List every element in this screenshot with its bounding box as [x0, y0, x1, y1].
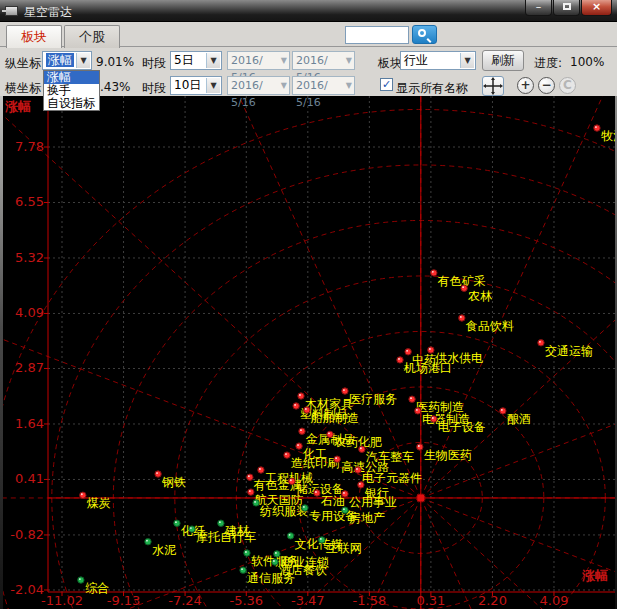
search-icon — [418, 29, 426, 37]
sector-point[interactable] — [538, 340, 544, 346]
sector-point[interactable] — [247, 474, 253, 480]
sector-point[interactable] — [155, 471, 161, 477]
sector-point[interactable] — [299, 428, 305, 434]
sector-point[interactable] — [358, 482, 364, 488]
sector-point-highlight — [328, 432, 330, 434]
sector-label: 水泥 — [152, 543, 177, 557]
sector-point[interactable] — [189, 526, 195, 532]
sector-point[interactable] — [334, 456, 340, 462]
sector-point[interactable] — [355, 467, 361, 473]
chevron-down-icon[interactable]: ▼ — [76, 53, 90, 68]
sector-point[interactable] — [431, 270, 437, 276]
minimize-button[interactable]: – — [525, 0, 552, 16]
sector-point[interactable] — [274, 551, 280, 557]
sector-point-highlight — [343, 508, 345, 510]
sector-point-highlight — [175, 521, 177, 523]
close-button[interactable]: × — [581, 0, 612, 16]
sector-point[interactable] — [289, 478, 295, 484]
dropdown-item-zishezhibiao[interactable]: 自设指标 — [44, 97, 99, 110]
sector-point[interactable] — [240, 567, 246, 573]
maximize-button[interactable] — [553, 0, 580, 16]
period2-combo-value: 10日 — [174, 78, 201, 92]
sector-point-highlight — [289, 534, 291, 536]
window-left-border — [0, 96, 3, 609]
refresh-button[interactable]: 刷新 — [482, 50, 524, 71]
sector-point[interactable] — [174, 520, 180, 526]
sector-point-highlight — [343, 389, 345, 391]
sector-point[interactable] — [304, 407, 310, 413]
sector-combo[interactable]: 行业 ▼ — [400, 51, 476, 70]
search-button[interactable] — [412, 25, 437, 44]
date-to-2[interactable]: 2016/ 5/16 ▼ — [292, 76, 355, 95]
sector-point[interactable] — [431, 416, 437, 422]
window-controls: – × — [524, 0, 612, 16]
sector-point[interactable] — [302, 505, 308, 511]
sector-point[interactable] — [248, 489, 254, 495]
period2-combo[interactable]: 10日 ▼ — [170, 76, 222, 95]
check-icon: ✓ — [382, 78, 391, 91]
sector-point[interactable] — [415, 408, 421, 414]
chevron-down-icon[interactable]: ▼ — [206, 53, 220, 68]
sector-point[interactable] — [461, 285, 467, 291]
y-tick-label: 6.55 — [15, 194, 44, 209]
y-axis-title: 涨幅 — [5, 99, 31, 114]
sector-point[interactable] — [319, 537, 325, 543]
sector-point[interactable] — [417, 444, 423, 450]
sector-point[interactable] — [145, 539, 151, 545]
sector-point[interactable] — [258, 467, 264, 473]
sector-point[interactable] — [327, 431, 333, 437]
sector-point[interactable] — [342, 507, 348, 513]
pan-button[interactable] — [482, 76, 504, 96]
zoom-in-button[interactable]: + — [517, 77, 534, 94]
show-names-checkbox[interactable]: ✓ — [380, 78, 393, 91]
zoom-out-button[interactable]: − — [538, 77, 555, 94]
y-axis-percent: 9.01% — [96, 55, 134, 69]
title-bar[interactable]: 星空雷达 – × — [0, 0, 617, 22]
sector-point[interactable] — [293, 403, 299, 409]
x-axis-setting-label: 横坐标 — [5, 80, 41, 97]
sector-point[interactable] — [342, 388, 348, 394]
sector-point-highlight — [249, 490, 251, 492]
y-axis-combo[interactable]: 涨幅 ▼ — [42, 51, 92, 70]
date-from-2[interactable]: 2016/ 5/16 ▼ — [227, 76, 290, 95]
date-from-1[interactable]: 2016/ 5/16 ▼ — [227, 51, 290, 70]
chevron-down-icon[interactable]: ▼ — [206, 78, 220, 93]
period1-combo[interactable]: 5日 ▼ — [170, 51, 222, 70]
sector-point[interactable] — [405, 349, 411, 355]
sector-label: 公用事业 — [349, 495, 397, 509]
x-tick-label: 0.31 — [416, 593, 445, 608]
radar-scatter-chart[interactable]: -11.02-9.13-7.24-5.36-3.47-1.580.312.204… — [0, 96, 617, 609]
sector-point[interactable] — [314, 490, 320, 496]
y-tick-label: 1.64 — [15, 416, 44, 431]
y-tick-label: 7.78 — [15, 139, 44, 154]
sector-point[interactable] — [80, 492, 86, 498]
sector-label: 机场港口 — [403, 361, 452, 375]
sector-point[interactable] — [78, 577, 84, 583]
sector-point[interactable] — [500, 408, 506, 414]
search-input[interactable] — [345, 26, 409, 44]
sector-point[interactable] — [594, 125, 600, 131]
sector-point[interactable] — [272, 559, 278, 565]
chevron-down-icon[interactable]: ▼ — [460, 53, 474, 68]
sector-point[interactable] — [459, 315, 465, 321]
sector-point[interactable] — [296, 443, 302, 449]
sector-point[interactable] — [359, 446, 365, 452]
progress-label: 进度: — [534, 55, 562, 72]
date-to-1[interactable]: 2016/ 5/16 ▼ — [292, 51, 355, 70]
sector-point[interactable] — [284, 452, 290, 458]
sector-point[interactable] — [244, 550, 250, 556]
sector-label: 摩托自行车 — [196, 530, 256, 544]
sector-point[interactable] — [253, 500, 259, 506]
sector-point[interactable] — [287, 533, 293, 539]
sector-point-highlight — [462, 286, 464, 288]
sector-point[interactable] — [342, 491, 348, 497]
sector-point-highlight — [320, 538, 322, 540]
sector-point-highlight — [241, 568, 243, 570]
sector-point[interactable] — [409, 396, 415, 402]
sector-point[interactable] — [397, 357, 403, 363]
reset-view-button[interactable]: C — [559, 77, 576, 94]
tab-stocks[interactable]: 个股 — [64, 25, 120, 48]
sector-point[interactable] — [218, 520, 224, 526]
sector-point[interactable] — [298, 393, 304, 399]
tab-sectors[interactable]: 板块 — [6, 25, 62, 48]
